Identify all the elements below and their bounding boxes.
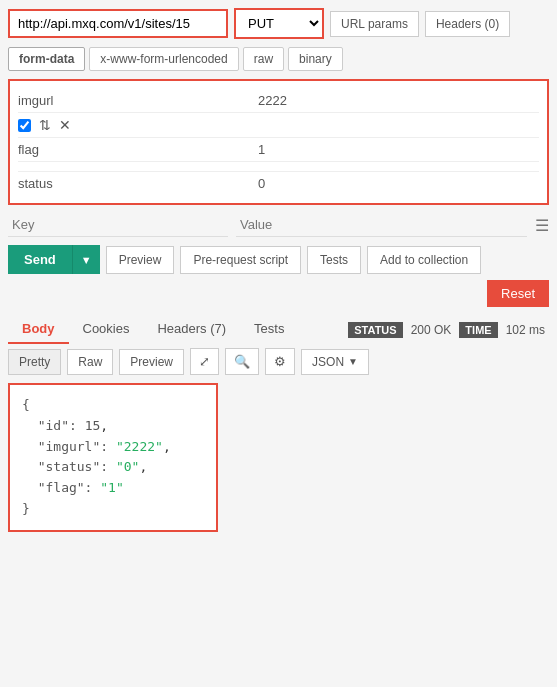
preview-button[interactable]: Preview: [106, 246, 175, 274]
tests-button[interactable]: Tests: [307, 246, 361, 274]
method-select[interactable]: GETPOSTPUTDELETEPATCHHEADOPTIONS: [234, 8, 324, 39]
action-row: Send ▼ Preview Pre-request script Tests …: [8, 245, 549, 307]
row-controls: ⇅ ✕: [18, 117, 73, 133]
url-row: GETPOSTPUTDELETEPATCHHEADOPTIONS URL par…: [8, 8, 549, 39]
filter-icon[interactable]: ⚙: [265, 348, 295, 375]
json-imgurl-value: "2222": [116, 439, 163, 454]
add-collection-button[interactable]: Add to collection: [367, 246, 481, 274]
json-close-brace: }: [22, 501, 30, 516]
json-dropdown[interactable]: JSON ▼: [301, 349, 369, 375]
form-row-flag: flag 1: [18, 138, 539, 162]
preview-format-btn[interactable]: Preview: [119, 349, 184, 375]
field-value-imgurl: 2222: [258, 93, 539, 108]
pretty-btn[interactable]: Pretty: [8, 349, 61, 375]
tab-form-data[interactable]: form-data: [8, 47, 85, 71]
form-row-controls: ⇅ ✕: [18, 113, 539, 138]
time-label: TIME: [459, 322, 497, 338]
bulk-edit-icon[interactable]: ☰: [535, 216, 549, 235]
main-container: GETPOSTPUTDELETEPATCHHEADOPTIONS URL par…: [0, 0, 557, 540]
reorder-icon[interactable]: ⇅: [37, 117, 53, 133]
body-tabs: form-data x-www-form-urlencoded raw bina…: [8, 47, 549, 71]
json-open-brace: {: [22, 397, 30, 412]
status-bar: STATUS 200 OK TIME 102 ms: [348, 322, 549, 338]
expand-icon[interactable]: ⤢: [190, 348, 219, 375]
pre-request-button[interactable]: Pre-request script: [180, 246, 301, 274]
field-key-imgurl: imgurl: [18, 93, 258, 108]
json-status-comma: ,: [139, 459, 147, 474]
response-tabs-row: Body Cookies Headers (7) Tests STATUS 20…: [8, 315, 549, 344]
reset-button[interactable]: Reset: [487, 280, 549, 307]
form-row-status: status 0: [18, 172, 539, 195]
field-value-flag: 1: [258, 142, 539, 157]
time-value: 102 ms: [506, 323, 545, 337]
send-button[interactable]: Send: [8, 245, 72, 274]
send-arrow-button[interactable]: ▼: [72, 245, 100, 274]
tab-binary[interactable]: binary: [288, 47, 343, 71]
json-output: { "id": 15, "imgurl": "2222", "status": …: [8, 383, 218, 532]
raw-btn[interactable]: Raw: [67, 349, 113, 375]
tab-tests[interactable]: Tests: [240, 315, 298, 344]
json-flag-key: "flag":: [22, 480, 100, 495]
status-label: STATUS: [348, 322, 402, 338]
field-value-status: 0: [258, 176, 539, 191]
search-icon[interactable]: 🔍: [225, 348, 259, 375]
tab-body[interactable]: Body: [8, 315, 69, 344]
delete-icon[interactable]: ✕: [57, 117, 73, 133]
status-code: 200 OK: [411, 323, 452, 337]
tab-cookies[interactable]: Cookies: [69, 315, 144, 344]
json-status-value: "0": [116, 459, 139, 474]
key-input[interactable]: [8, 213, 228, 237]
form-data-area: imgurl 2222 ⇅ ✕ flag 1 status 0: [8, 79, 549, 205]
url-input[interactable]: [8, 9, 228, 38]
form-row-empty: [18, 162, 539, 172]
tab-x-www[interactable]: x-www-form-urlencoded: [89, 47, 238, 71]
key-value-row: ☰: [8, 213, 549, 237]
json-imgurl-comma: ,: [163, 439, 171, 454]
json-id-comma: ,: [100, 418, 108, 433]
tab-raw[interactable]: raw: [243, 47, 284, 71]
field-key-flag: flag: [18, 142, 258, 157]
json-status-key: "status":: [22, 459, 116, 474]
json-id-value: 15: [85, 418, 101, 433]
send-group: Send ▼: [8, 245, 100, 274]
format-row: Pretty Raw Preview ⤢ 🔍 ⚙ JSON ▼: [8, 348, 549, 375]
json-flag-value: "1": [100, 480, 123, 495]
json-id-key: "id":: [22, 418, 85, 433]
headers-btn[interactable]: Headers (0): [425, 11, 510, 37]
value-input[interactable]: [236, 213, 527, 237]
row-checkbox[interactable]: [18, 119, 31, 132]
field-key-status: status: [18, 176, 258, 191]
url-params-btn[interactable]: URL params: [330, 11, 419, 37]
form-row-imgurl: imgurl 2222: [18, 89, 539, 113]
tab-headers[interactable]: Headers (7): [143, 315, 240, 344]
json-imgurl-key: "imgurl":: [22, 439, 116, 454]
